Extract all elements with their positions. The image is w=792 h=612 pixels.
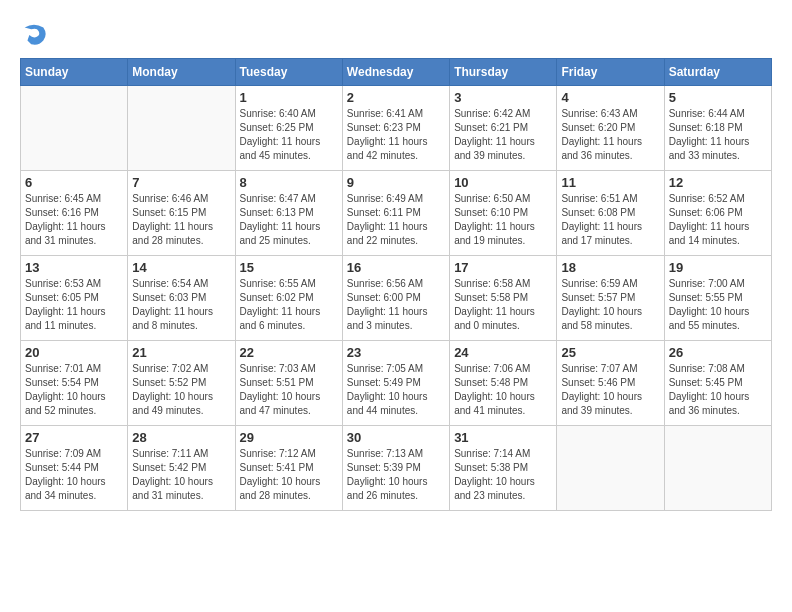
calendar-day-cell: 23Sunrise: 7:05 AM Sunset: 5:49 PM Dayli…: [342, 341, 449, 426]
calendar-day-cell: 6Sunrise: 6:45 AM Sunset: 6:16 PM Daylig…: [21, 171, 128, 256]
day-info: Sunrise: 7:07 AM Sunset: 5:46 PM Dayligh…: [561, 362, 659, 418]
weekday-header-cell: Thursday: [450, 59, 557, 86]
day-info: Sunrise: 6:47 AM Sunset: 6:13 PM Dayligh…: [240, 192, 338, 248]
day-info: Sunrise: 7:13 AM Sunset: 5:39 PM Dayligh…: [347, 447, 445, 503]
day-info: Sunrise: 6:43 AM Sunset: 6:20 PM Dayligh…: [561, 107, 659, 163]
day-info: Sunrise: 6:49 AM Sunset: 6:11 PM Dayligh…: [347, 192, 445, 248]
day-number: 16: [347, 260, 445, 275]
day-number: 31: [454, 430, 552, 445]
calendar-day-cell: 3Sunrise: 6:42 AM Sunset: 6:21 PM Daylig…: [450, 86, 557, 171]
weekday-header-cell: Saturday: [664, 59, 771, 86]
day-number: 13: [25, 260, 123, 275]
day-info: Sunrise: 7:05 AM Sunset: 5:49 PM Dayligh…: [347, 362, 445, 418]
day-number: 4: [561, 90, 659, 105]
calendar-day-cell: [557, 426, 664, 511]
calendar-day-cell: [664, 426, 771, 511]
day-info: Sunrise: 7:14 AM Sunset: 5:38 PM Dayligh…: [454, 447, 552, 503]
day-number: 21: [132, 345, 230, 360]
day-number: 29: [240, 430, 338, 445]
calendar-week-row: 27Sunrise: 7:09 AM Sunset: 5:44 PM Dayli…: [21, 426, 772, 511]
calendar-table: SundayMondayTuesdayWednesdayThursdayFrid…: [20, 58, 772, 511]
page-header: [20, 20, 772, 48]
day-info: Sunrise: 6:52 AM Sunset: 6:06 PM Dayligh…: [669, 192, 767, 248]
calendar-day-cell: 5Sunrise: 6:44 AM Sunset: 6:18 PM Daylig…: [664, 86, 771, 171]
day-info: Sunrise: 6:42 AM Sunset: 6:21 PM Dayligh…: [454, 107, 552, 163]
day-number: 9: [347, 175, 445, 190]
calendar-day-cell: 15Sunrise: 6:55 AM Sunset: 6:02 PM Dayli…: [235, 256, 342, 341]
day-info: Sunrise: 6:53 AM Sunset: 6:05 PM Dayligh…: [25, 277, 123, 333]
calendar-day-cell: 21Sunrise: 7:02 AM Sunset: 5:52 PM Dayli…: [128, 341, 235, 426]
weekday-header-cell: Friday: [557, 59, 664, 86]
weekday-header-cell: Wednesday: [342, 59, 449, 86]
weekday-header-cell: Tuesday: [235, 59, 342, 86]
calendar-week-row: 1Sunrise: 6:40 AM Sunset: 6:25 PM Daylig…: [21, 86, 772, 171]
calendar-day-cell: 2Sunrise: 6:41 AM Sunset: 6:23 PM Daylig…: [342, 86, 449, 171]
day-number: 30: [347, 430, 445, 445]
day-number: 14: [132, 260, 230, 275]
calendar-day-cell: 20Sunrise: 7:01 AM Sunset: 5:54 PM Dayli…: [21, 341, 128, 426]
calendar-day-cell: 29Sunrise: 7:12 AM Sunset: 5:41 PM Dayli…: [235, 426, 342, 511]
calendar-day-cell: 18Sunrise: 6:59 AM Sunset: 5:57 PM Dayli…: [557, 256, 664, 341]
day-info: Sunrise: 6:46 AM Sunset: 6:15 PM Dayligh…: [132, 192, 230, 248]
day-number: 18: [561, 260, 659, 275]
day-info: Sunrise: 6:45 AM Sunset: 6:16 PM Dayligh…: [25, 192, 123, 248]
weekday-header-row: SundayMondayTuesdayWednesdayThursdayFrid…: [21, 59, 772, 86]
calendar-day-cell: 17Sunrise: 6:58 AM Sunset: 5:58 PM Dayli…: [450, 256, 557, 341]
calendar-body: 1Sunrise: 6:40 AM Sunset: 6:25 PM Daylig…: [21, 86, 772, 511]
day-number: 22: [240, 345, 338, 360]
day-info: Sunrise: 6:40 AM Sunset: 6:25 PM Dayligh…: [240, 107, 338, 163]
calendar-week-row: 6Sunrise: 6:45 AM Sunset: 6:16 PM Daylig…: [21, 171, 772, 256]
day-info: Sunrise: 6:50 AM Sunset: 6:10 PM Dayligh…: [454, 192, 552, 248]
logo: [20, 20, 50, 48]
day-info: Sunrise: 6:58 AM Sunset: 5:58 PM Dayligh…: [454, 277, 552, 333]
day-number: 8: [240, 175, 338, 190]
calendar-day-cell: 11Sunrise: 6:51 AM Sunset: 6:08 PM Dayli…: [557, 171, 664, 256]
calendar-day-cell: 16Sunrise: 6:56 AM Sunset: 6:00 PM Dayli…: [342, 256, 449, 341]
calendar-day-cell: 1Sunrise: 6:40 AM Sunset: 6:25 PM Daylig…: [235, 86, 342, 171]
day-info: Sunrise: 7:12 AM Sunset: 5:41 PM Dayligh…: [240, 447, 338, 503]
day-number: 23: [347, 345, 445, 360]
day-info: Sunrise: 6:41 AM Sunset: 6:23 PM Dayligh…: [347, 107, 445, 163]
day-number: 25: [561, 345, 659, 360]
day-info: Sunrise: 6:44 AM Sunset: 6:18 PM Dayligh…: [669, 107, 767, 163]
calendar-day-cell: 22Sunrise: 7:03 AM Sunset: 5:51 PM Dayli…: [235, 341, 342, 426]
weekday-header-cell: Sunday: [21, 59, 128, 86]
day-number: 3: [454, 90, 552, 105]
day-number: 28: [132, 430, 230, 445]
calendar-day-cell: 31Sunrise: 7:14 AM Sunset: 5:38 PM Dayli…: [450, 426, 557, 511]
calendar-day-cell: 7Sunrise: 6:46 AM Sunset: 6:15 PM Daylig…: [128, 171, 235, 256]
day-number: 7: [132, 175, 230, 190]
day-info: Sunrise: 7:11 AM Sunset: 5:42 PM Dayligh…: [132, 447, 230, 503]
calendar-week-row: 13Sunrise: 6:53 AM Sunset: 6:05 PM Dayli…: [21, 256, 772, 341]
day-number: 12: [669, 175, 767, 190]
day-info: Sunrise: 7:03 AM Sunset: 5:51 PM Dayligh…: [240, 362, 338, 418]
day-number: 26: [669, 345, 767, 360]
calendar-day-cell: 25Sunrise: 7:07 AM Sunset: 5:46 PM Dayli…: [557, 341, 664, 426]
day-info: Sunrise: 6:55 AM Sunset: 6:02 PM Dayligh…: [240, 277, 338, 333]
day-number: 24: [454, 345, 552, 360]
day-number: 19: [669, 260, 767, 275]
day-info: Sunrise: 7:02 AM Sunset: 5:52 PM Dayligh…: [132, 362, 230, 418]
calendar-day-cell: 19Sunrise: 7:00 AM Sunset: 5:55 PM Dayli…: [664, 256, 771, 341]
calendar-day-cell: 27Sunrise: 7:09 AM Sunset: 5:44 PM Dayli…: [21, 426, 128, 511]
calendar-day-cell: 10Sunrise: 6:50 AM Sunset: 6:10 PM Dayli…: [450, 171, 557, 256]
calendar-day-cell: 4Sunrise: 6:43 AM Sunset: 6:20 PM Daylig…: [557, 86, 664, 171]
day-info: Sunrise: 7:06 AM Sunset: 5:48 PM Dayligh…: [454, 362, 552, 418]
calendar-day-cell: 28Sunrise: 7:11 AM Sunset: 5:42 PM Dayli…: [128, 426, 235, 511]
day-info: Sunrise: 6:56 AM Sunset: 6:00 PM Dayligh…: [347, 277, 445, 333]
calendar-day-cell: [21, 86, 128, 171]
day-info: Sunrise: 7:00 AM Sunset: 5:55 PM Dayligh…: [669, 277, 767, 333]
calendar-day-cell: 26Sunrise: 7:08 AM Sunset: 5:45 PM Dayli…: [664, 341, 771, 426]
day-number: 17: [454, 260, 552, 275]
calendar-day-cell: 30Sunrise: 7:13 AM Sunset: 5:39 PM Dayli…: [342, 426, 449, 511]
day-info: Sunrise: 6:54 AM Sunset: 6:03 PM Dayligh…: [132, 277, 230, 333]
day-number: 6: [25, 175, 123, 190]
calendar-day-cell: 9Sunrise: 6:49 AM Sunset: 6:11 PM Daylig…: [342, 171, 449, 256]
calendar-week-row: 20Sunrise: 7:01 AM Sunset: 5:54 PM Dayli…: [21, 341, 772, 426]
day-number: 5: [669, 90, 767, 105]
day-info: Sunrise: 7:09 AM Sunset: 5:44 PM Dayligh…: [25, 447, 123, 503]
day-info: Sunrise: 6:51 AM Sunset: 6:08 PM Dayligh…: [561, 192, 659, 248]
day-info: Sunrise: 7:08 AM Sunset: 5:45 PM Dayligh…: [669, 362, 767, 418]
calendar-day-cell: 12Sunrise: 6:52 AM Sunset: 6:06 PM Dayli…: [664, 171, 771, 256]
day-number: 20: [25, 345, 123, 360]
